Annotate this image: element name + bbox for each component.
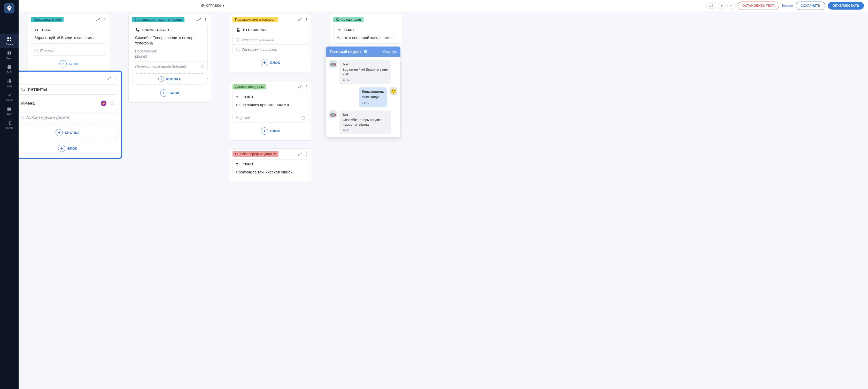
- add-block-button[interactable]: + БЛОК: [19, 142, 118, 155]
- message-bubble: Бот Здравствуйте! Введите ваше имя 13:41: [339, 60, 391, 84]
- phone-var-block[interactable]: PHONE TO $VAR Спасибо! Теперь введите но…: [132, 25, 208, 71]
- block-meta: Переменная: phone2: [132, 49, 208, 61]
- port-label: Завершен успешно: [242, 38, 274, 42]
- svg-point-38: [306, 21, 307, 21]
- connector-icon[interactable]: [197, 18, 201, 22]
- sidebar-item-scenario[interactable]: Сцена: [0, 34, 19, 48]
- node-ask-name[interactable]: Спрашиваем имя Tт ТЕКСТ Здравствуйте! Вв…: [28, 14, 110, 73]
- node-title-tag[interactable]: Конец сценария: [333, 17, 364, 22]
- plus-icon: +: [59, 60, 67, 67]
- text-icon: Tт: [236, 162, 241, 167]
- sidebar-item-settings[interactable]: Настро: [0, 118, 19, 132]
- port-dot-icon: [201, 65, 204, 68]
- svg-point-43: [306, 86, 307, 87]
- phone-icon: [135, 28, 140, 32]
- connector-icon[interactable]: [298, 152, 302, 156]
- block-text: Здравствуйте! Введите ваше имя: [31, 35, 107, 43]
- sidebar-item-stats[interactable]: Статис: [0, 90, 19, 104]
- svg-rect-12: [7, 108, 11, 111]
- node-title-tag[interactable]: Спрашиваем имя: [31, 17, 64, 22]
- http-block[interactable]: HTTP-ЗАПРОС Завершен успешно Завершен с …: [232, 25, 308, 54]
- port-error[interactable]: Завершен с ошибкой: [233, 44, 308, 54]
- intents-block[interactable]: ИНТЕНТЫ: [19, 84, 118, 95]
- more-icon[interactable]: [103, 18, 107, 22]
- plus-icon: +: [261, 127, 268, 134]
- svg-point-25: [116, 78, 117, 78]
- message-sender: Бот: [343, 63, 388, 66]
- more-icon[interactable]: [204, 18, 208, 22]
- port-label: Завершен с ошибкой: [242, 47, 277, 52]
- node-send-data[interactable]: Передаем имя и телефон HTTP-ЗАПРОС Завер…: [229, 14, 312, 72]
- sidebar-item-faq[interactable]: FAQ: [0, 62, 19, 76]
- add-block-label: БЛОК: [67, 147, 77, 150]
- globe-icon: [201, 4, 205, 7]
- book-icon: [7, 51, 12, 56]
- add-block-button[interactable]: + БЛОК: [232, 125, 308, 137]
- node-error[interactable]: Ошибка передачи данных Tт ТЕКСТ Произошл…: [229, 148, 312, 181]
- add-button-row[interactable]: + КНОПКА: [132, 73, 208, 85]
- add-block-label: БЛОК: [69, 62, 79, 66]
- add-button-row[interactable]: + КНОПКА: [19, 125, 118, 140]
- hash-placeholder[interactable]: #: [19, 74, 24, 82]
- help-dropdown[interactable]: СПРАВКА ▾: [201, 4, 224, 7]
- text-block[interactable]: Tт ТЕКСТ Здравствуйте! Введите ваше имя: [31, 25, 107, 44]
- svg-point-37: [306, 19, 307, 20]
- node-header: Ошибка передачи данных: [229, 149, 312, 159]
- port-transition[interactable]: Переход: [232, 113, 308, 123]
- bot-avatar-icon: 🤖: [329, 60, 337, 68]
- port-dot-icon: [236, 48, 240, 51]
- text-block[interactable]: Tт ТЕКСТ Ваша заявка принята. Мы с в...: [232, 92, 308, 111]
- more-icon[interactable]: [304, 18, 308, 22]
- text-block[interactable]: Tт ТЕКСТ На этом сценарий завершаетс...: [333, 25, 402, 44]
- message-text: Александр: [362, 95, 384, 99]
- widget-messages: 🤖 Бот Здравствуйте! Введите ваше имя 13:…: [326, 57, 400, 137]
- svg-point-17: [99, 18, 100, 19]
- add-button-label: КНОПКА: [65, 131, 80, 134]
- node-header: #: [19, 71, 121, 84]
- collapse-button[interactable]: Свернуть: [383, 50, 397, 54]
- intent-item[interactable]: Имена ⚡: [19, 97, 118, 110]
- svg-point-42: [306, 85, 307, 86]
- node-title-tag[interactable]: Спрашиваем номер телефона: [132, 17, 184, 22]
- sidebar-item-entities[interactable]: Сущн: [0, 48, 19, 62]
- node-ask-phone[interactable]: Спрашиваем номер телефона PHONE TO $VAR …: [128, 14, 211, 102]
- svg-rect-2: [10, 37, 11, 39]
- add-block-button[interactable]: + БЛОК: [132, 87, 208, 99]
- block-label: ИНТЕНТЫ: [28, 87, 47, 91]
- app-logo[interactable]: [4, 3, 14, 13]
- message-bubble: Пользователь Александр 13:41: [359, 87, 387, 107]
- block-label: ТЕКСТ: [344, 28, 354, 32]
- more-icon[interactable]: [114, 76, 118, 80]
- block-label: HTTP-ЗАПРОС: [243, 28, 267, 32]
- plus-icon: +: [58, 145, 65, 152]
- add-block-label: БЛОК: [169, 91, 179, 95]
- node-title-tag[interactable]: Передаем имя и телефон: [232, 17, 278, 22]
- connector-icon[interactable]: [298, 18, 302, 22]
- port-transition[interactable]: Переход: [31, 46, 107, 56]
- svg-point-40: [298, 87, 299, 88]
- svg-point-35: [301, 18, 302, 19]
- connector-icon[interactable]: [107, 76, 111, 80]
- svg-rect-39: [237, 30, 240, 32]
- sidebar-item-channels[interactable]: Кана: [0, 76, 19, 90]
- add-block-button[interactable]: + БЛОК: [232, 56, 308, 69]
- more-icon[interactable]: [304, 85, 308, 89]
- sidebar-item-dialogs[interactable]: Диал: [0, 104, 19, 118]
- connector-icon[interactable]: [96, 18, 100, 22]
- connector-icon[interactable]: [298, 85, 302, 89]
- node-intents[interactable]: # ИНТЕНТЫ Имена ⚡ Любая другая фраза: [19, 71, 122, 158]
- add-button-label: КНОПКА: [166, 77, 181, 81]
- svg-point-13: [9, 122, 10, 124]
- block-text: Произошла техническая ошибк...: [233, 169, 308, 178]
- node-data-sent[interactable]: Данные переданы Tт ТЕКСТ Ваша заявка при…: [229, 81, 312, 141]
- port-success[interactable]: Завершен успешно: [233, 35, 308, 44]
- port-dot-icon: [236, 38, 240, 41]
- node-title-tag[interactable]: Ошибка передачи данных: [232, 151, 278, 157]
- text-block[interactable]: Tт ТЕКСТ Произошла техническая ошибк...: [232, 159, 308, 178]
- refresh-icon[interactable]: [363, 50, 367, 54]
- node-title-tag[interactable]: Данные переданы: [232, 84, 266, 89]
- fallback-port[interactable]: Любая другая фраза: [19, 112, 118, 123]
- more-icon[interactable]: [304, 152, 308, 156]
- add-block-button[interactable]: + БЛОК: [31, 58, 107, 70]
- port-after-input[interactable]: Переход после ввода $phone2: [132, 61, 208, 71]
